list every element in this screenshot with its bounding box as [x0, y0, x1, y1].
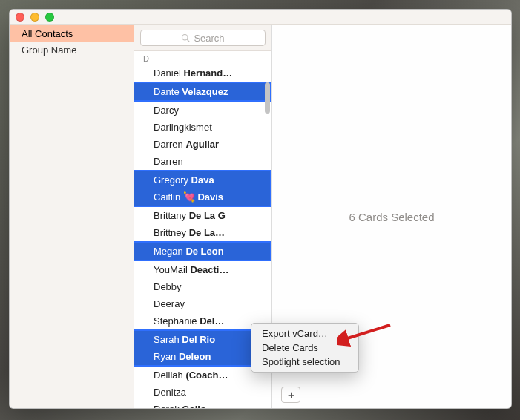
detail-footer: ＋ — [272, 381, 511, 408]
search-icon — [181, 33, 190, 42]
contact-row[interactable]: Darcy — [134, 102, 271, 119]
contact-row[interactable]: Daniel Hernand… — [134, 65, 271, 82]
menu-item-spotlight-selection[interactable]: Spotlight selection — [251, 355, 358, 369]
zoom-icon[interactable] — [45, 13, 54, 22]
contact-last-name: Aguilar — [185, 139, 219, 150]
contact-last-name: Gallo — [182, 404, 206, 408]
sidebar-item-group-name[interactable]: Group Name — [10, 42, 134, 58]
contact-first-name: Caitlin 💘 — [154, 191, 195, 203]
menu-item-label: Delete Cards — [262, 342, 318, 353]
contact-row[interactable]: Gregory Dava — [134, 171, 270, 188]
close-icon[interactable] — [16, 13, 24, 22]
add-button[interactable]: ＋ — [281, 387, 300, 403]
contact-row[interactable]: Caitlin 💘 Davis — [134, 188, 270, 206]
sidebar: All Contacts Group Name — [10, 25, 134, 408]
selection-status: 6 Cards Selected — [349, 211, 434, 223]
contact-row[interactable]: Brittany De La G — [134, 207, 271, 224]
contact-first-name: Daniel — [154, 68, 181, 79]
menu-item-delete-cards[interactable]: Delete Cards — [251, 341, 358, 355]
contact-last-name: Dava — [191, 174, 214, 186]
contact-first-name: Dante — [154, 86, 180, 97]
contact-first-name: Derek — [154, 404, 180, 408]
contact-first-name: Stephanie — [154, 315, 197, 327]
titlebar — [10, 10, 511, 25]
contact-last-name: Del… — [200, 315, 224, 327]
search-input[interactable]: Search — [140, 30, 266, 46]
section-header: D — [134, 51, 271, 65]
search-placeholder: Search — [194, 33, 224, 44]
contact-row[interactable]: Megan De Leon — [134, 243, 270, 260]
contact-last-name: Davis — [197, 191, 223, 203]
contact-first-name: YouMail — [154, 264, 188, 275]
contact-row[interactable]: Deeray — [134, 295, 271, 312]
contact-row[interactable]: Denitza — [134, 384, 271, 401]
contact-last-name: Deleon — [179, 351, 211, 362]
contact-row[interactable]: Debby — [134, 278, 271, 295]
svg-line-1 — [188, 39, 190, 42]
contact-row[interactable]: Sarah Del Rio — [134, 331, 270, 348]
plus-icon: ＋ — [286, 388, 297, 402]
contact-first-name: Gregory — [154, 174, 188, 186]
contact-row[interactable]: Derek Gallo — [134, 401, 271, 408]
contact-first-name: Denitza — [154, 387, 186, 398]
context-menu: Export vCard… Delete Cards Spotlight sel… — [251, 323, 359, 373]
contact-last-name: Velazquez — [182, 86, 228, 97]
contact-last-name: Deacti… — [190, 264, 228, 275]
selection-group: Gregory DavaCaitlin 💘 Davis — [134, 170, 271, 207]
contact-first-name: Brittney — [154, 227, 186, 238]
contact-first-name: Deeray — [154, 298, 185, 309]
contact-first-name: Debby — [154, 281, 182, 292]
contact-last-name: De La… — [189, 227, 225, 238]
contact-first-name: Brittany — [154, 210, 186, 221]
search-wrap: Search — [134, 25, 271, 51]
contact-first-name: Darren — [154, 156, 183, 167]
contact-row[interactable]: YouMail Deacti… — [134, 261, 271, 278]
sidebar-item-label: All Contacts — [22, 28, 73, 39]
minimize-icon[interactable] — [30, 13, 39, 22]
contact-first-name: Darcy — [154, 105, 179, 116]
selection-group: Megan De Leon — [134, 241, 271, 261]
menu-item-label: Spotlight selection — [262, 356, 340, 367]
contact-first-name: Delilah — [154, 370, 183, 381]
sidebar-item-label: Group Name — [22, 45, 76, 56]
contact-row[interactable]: Darren Aguilar — [134, 136, 271, 153]
contact-last-name: (Coach… — [185, 370, 228, 381]
contact-row[interactable]: Brittney De La… — [134, 224, 271, 241]
menu-item-label: Export vCard… — [262, 328, 328, 339]
contact-last-name: De Leon — [185, 246, 223, 257]
contact-row[interactable]: Ryan Deleon — [134, 348, 270, 365]
scrollbar-thumb[interactable] — [265, 82, 270, 114]
contact-row[interactable]: Darren — [134, 153, 271, 170]
contact-first-name: Megan — [154, 246, 183, 257]
sidebar-item-all-contacts[interactable]: All Contacts — [10, 25, 134, 42]
svg-point-0 — [182, 35, 188, 41]
contact-row[interactable]: Dante Velazquez — [134, 83, 270, 100]
contact-last-name: De La G — [189, 210, 226, 221]
selection-group: Dante Velazquez — [134, 82, 271, 102]
contact-row[interactable]: Darlingkismet — [134, 119, 271, 136]
contact-first-name: Sarah — [154, 334, 180, 345]
contact-first-name: Darlingkismet — [154, 122, 212, 133]
contact-first-name: Darren — [154, 139, 183, 150]
contact-last-name: Hernand… — [183, 68, 232, 79]
menu-item-export-vcard[interactable]: Export vCard… — [251, 327, 358, 341]
contact-first-name: Ryan — [154, 351, 176, 362]
contact-last-name: Del Rio — [182, 334, 215, 345]
